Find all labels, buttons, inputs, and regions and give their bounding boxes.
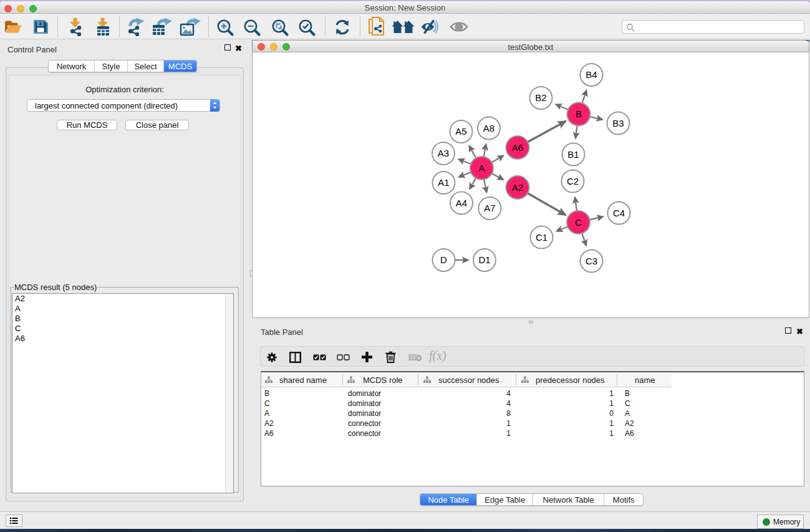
svg-text:C2: C2 bbox=[567, 176, 579, 186]
svg-text:A6: A6 bbox=[512, 142, 523, 153]
svg-text:A4: A4 bbox=[456, 198, 467, 208]
svg-text:D1: D1 bbox=[478, 254, 490, 265]
svg-text:B4: B4 bbox=[586, 69, 597, 80]
svg-text:A3: A3 bbox=[438, 148, 449, 158]
svg-text:C: C bbox=[575, 217, 582, 228]
svg-text:C4: C4 bbox=[613, 208, 625, 218]
svg-text:B: B bbox=[576, 109, 582, 119]
svg-text:B1: B1 bbox=[567, 149, 579, 160]
svg-text:A5: A5 bbox=[455, 126, 466, 137]
svg-text:C3: C3 bbox=[586, 256, 597, 266]
svg-text:A2: A2 bbox=[512, 182, 523, 193]
svg-text:C1: C1 bbox=[536, 232, 547, 243]
svg-text:B3: B3 bbox=[612, 118, 624, 128]
svg-text:B2: B2 bbox=[535, 92, 546, 103]
svg-text:A: A bbox=[478, 163, 485, 173]
svg-text:A8: A8 bbox=[483, 123, 494, 133]
svg-text:D: D bbox=[440, 254, 447, 265]
svg-text:A7: A7 bbox=[484, 203, 495, 213]
svg-text:A1: A1 bbox=[438, 177, 449, 188]
